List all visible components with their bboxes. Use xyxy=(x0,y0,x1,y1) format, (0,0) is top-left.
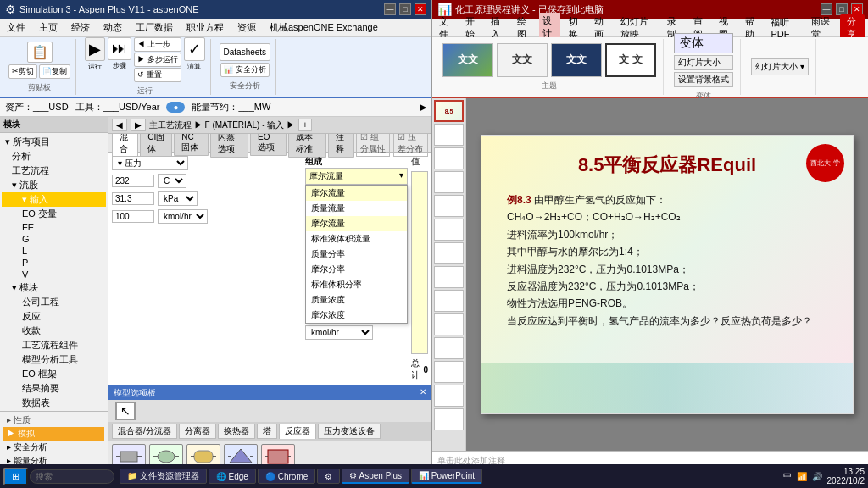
minimize-btn[interactable]: — xyxy=(384,3,396,15)
theme-gray[interactable]: 文文 xyxy=(497,43,548,77)
tab-mixers[interactable]: 混合器/分流器 xyxy=(112,424,177,439)
sidebar-convergence[interactable]: 收款 xyxy=(2,324,106,338)
sidebar-fe[interactable]: FE xyxy=(2,221,106,233)
sidebar-p[interactable]: P xyxy=(2,257,106,269)
slide-thumb-82[interactable] xyxy=(434,313,464,336)
temp-unit-select[interactable]: C K xyxy=(158,174,186,188)
menu-home[interactable]: 主页 xyxy=(36,19,61,36)
titlebar-controls[interactable]: — □ ✕ xyxy=(384,3,426,15)
tab-separators[interactable]: 分离器 xyxy=(179,424,216,439)
sidebar-l[interactable]: L xyxy=(2,245,106,257)
slide-thumb-74[interactable] xyxy=(434,124,464,146)
menu-eqn[interactable]: 职业方程 xyxy=(183,19,227,36)
toggle-switch[interactable]: ● xyxy=(166,102,185,113)
sidebar-v[interactable]: V xyxy=(2,269,106,280)
expand-btn[interactable]: ▶ xyxy=(420,102,426,113)
tab-heat-exchangers[interactable]: 换热器 xyxy=(218,424,255,439)
cursor-icon[interactable]: ↖ xyxy=(115,402,136,420)
tab-columns[interactable]: 塔 xyxy=(257,424,277,439)
pressure-unit-select[interactable]: kPa MPa xyxy=(158,191,198,206)
menu-economics[interactable]: 经济 xyxy=(68,19,93,36)
taskbar-chrome[interactable]: 🔵 Chrome xyxy=(258,469,315,484)
slide-thumb-85[interactable] xyxy=(434,385,464,407)
customize-btn[interactable]: 幻灯片大小 ▾ xyxy=(751,58,809,75)
sidebar-analysis-tools[interactable]: 模型分析工具 xyxy=(2,352,106,367)
sidebar-blocks[interactable]: ▾ 模块 xyxy=(2,280,106,295)
sidebar-eo-framework[interactable]: EO 框架 xyxy=(2,367,106,381)
option-mass-frac[interactable]: 质量分率 xyxy=(306,247,407,262)
option-molar-flow2[interactable]: 摩尔流量 xyxy=(306,216,407,231)
composition-value-area[interactable] xyxy=(411,171,428,354)
state-select[interactable]: ▾ 压力 xyxy=(112,156,188,170)
composition-type-select[interactable]: 摩尔流量▾ xyxy=(305,168,408,185)
copy-btn[interactable]: 📄复制 xyxy=(39,64,70,79)
menu-file[interactable]: 文件 xyxy=(3,19,29,36)
reinit-btn[interactable]: ↺ 重置 xyxy=(134,68,181,82)
sidebar-process[interactable]: 工艺流程 xyxy=(2,164,106,178)
option-std-vol-frac[interactable]: 标准体积分率 xyxy=(306,277,407,292)
sidebar-process-components[interactable]: 工艺流程组件 xyxy=(2,338,106,352)
tab-pressure[interactable]: 压力变送设备 xyxy=(318,424,381,439)
cut-btn[interactable]: ✂剪切 xyxy=(8,64,37,79)
next-step-btn[interactable]: ▶ 多步运行 xyxy=(134,53,181,67)
slide-thumb-76[interactable] xyxy=(434,171,464,193)
sidebar-all-items[interactable]: ▾ 所有项目 xyxy=(2,135,106,149)
datasheets-btn[interactable]: Datasheets xyxy=(220,43,271,61)
slide-thumb-78[interactable] xyxy=(434,219,464,241)
sidebar-simulation[interactable]: ▶ 模拟 xyxy=(3,427,104,441)
forward-btn[interactable]: ▶ xyxy=(131,119,146,131)
theme-outline[interactable]: 文 文 xyxy=(605,43,656,77)
sidebar-input[interactable]: ▾ 输入 xyxy=(2,192,106,207)
pressure-input[interactable] xyxy=(112,192,154,205)
slide-thumb-81[interactable] xyxy=(434,290,464,312)
safety-analysis-btn[interactable]: 📊 安全分析 xyxy=(220,63,270,77)
sidebar-streams[interactable]: ▾ 流股 xyxy=(2,178,106,192)
sidebar-g[interactable]: G xyxy=(2,233,106,245)
taskbar-edge[interactable]: 🌐 Edge xyxy=(209,469,256,484)
taskbar-ppt[interactable]: 📊 PowerPoint xyxy=(411,469,482,484)
menu-plant-data[interactable]: 工厂数据 xyxy=(132,19,176,36)
slide-thumb-83[interactable] xyxy=(434,337,464,359)
slide-thumb-73[interactable]: 8.5 xyxy=(434,100,464,122)
theme-blue[interactable]: 文文 xyxy=(442,43,493,77)
ppt-slide[interactable]: 西北大 学 8.5平衡反应器REquil 例8.3 由甲醇生产氢气的反应如下： … xyxy=(481,135,854,414)
tab-reactors[interactable]: 反应器 xyxy=(279,424,316,439)
option-molar-flow[interactable]: 摩尔流量 xyxy=(306,186,407,201)
menu-resources[interactable]: 资源 xyxy=(234,19,259,36)
close-btn[interactable]: ✕ xyxy=(415,3,426,15)
slide-thumb-75[interactable] xyxy=(434,147,464,169)
slide-size-btn[interactable]: 幻灯片大小 xyxy=(674,55,733,70)
sidebar-eo-vars[interactable]: EO 变量 xyxy=(2,207,106,221)
unit-dropdown[interactable]: kmol/hr xyxy=(305,325,373,340)
slide-thumb-86[interactable] xyxy=(434,408,464,430)
taskbar-explorer[interactable]: 📁 文件资源管理器 xyxy=(120,469,207,484)
toolbox-close[interactable]: ✕ xyxy=(420,387,426,399)
sidebar-reactions[interactable]: 反应 xyxy=(2,309,106,324)
sidebar-datasheets[interactable]: 数据表 xyxy=(2,396,106,410)
run-btn[interactable]: ▶ xyxy=(85,37,105,61)
sidebar-company[interactable]: 公司工程 xyxy=(2,295,106,309)
paste-btn[interactable]: 📋 xyxy=(27,42,53,63)
bg-format-btn[interactable]: 设置背景格式 xyxy=(674,72,733,87)
slide-thumb-84[interactable] xyxy=(434,361,464,383)
option-mole-frac[interactable]: 摩尔分率 xyxy=(306,262,407,277)
temperature-input[interactable] xyxy=(112,175,154,187)
variant-btn[interactable]: 变体 xyxy=(674,33,733,53)
step-btn[interactable]: ⏭ xyxy=(108,37,131,60)
start-btn[interactable]: ⊞ xyxy=(3,468,28,485)
taskbar-settings[interactable]: ⚙ xyxy=(317,469,340,484)
sidebar-analysis[interactable]: 分析 xyxy=(2,149,106,164)
menu-aspenone[interactable]: 机械aspenONE Exchange xyxy=(266,19,381,36)
check-btn[interactable]: ✓ xyxy=(184,37,205,61)
sidebar-results[interactable]: 结果摘要 xyxy=(2,381,106,396)
slide-thumb-79[interactable] xyxy=(434,242,464,264)
sidebar-safety[interactable]: ▸ 安全分析 xyxy=(3,441,104,454)
option-mole-conc[interactable]: 摩尔浓度 xyxy=(306,308,407,323)
menu-dynamics[interactable]: 动态 xyxy=(100,19,125,36)
option-std-liq[interactable]: 标准液体积流量 xyxy=(306,231,407,247)
flow-input[interactable] xyxy=(112,210,154,223)
slide-thumb-80[interactable] xyxy=(434,266,464,288)
taskbar-aspen[interactable]: ⚙ Aspen Plus xyxy=(342,469,409,484)
flow-unit-select[interactable]: kmol/hr xyxy=(158,209,208,224)
theme-dark[interactable]: 文文 xyxy=(551,43,602,77)
